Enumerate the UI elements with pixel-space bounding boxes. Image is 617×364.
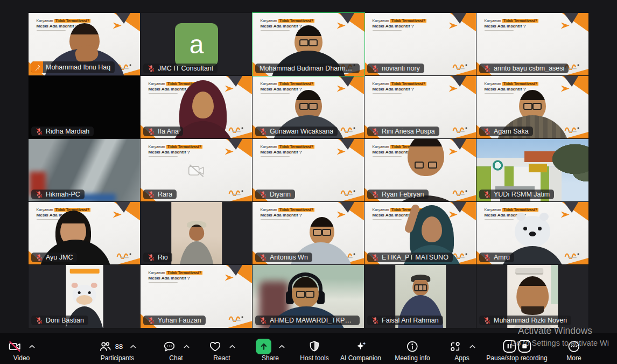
participant-tile[interactable]: Karyawan Tidak Termotivasi? Meski Ada In… bbox=[364, 76, 476, 139]
participant-name-label: Rara bbox=[143, 190, 177, 199]
activate-windows-watermark: Activate Windows bbox=[518, 325, 592, 337]
participant-tile[interactable]: Muhammad Rizki Noveri bbox=[476, 265, 588, 328]
chevron-up-icon[interactable] bbox=[130, 345, 136, 348]
participant-name-label: Muhammad Rizki Noveri bbox=[479, 316, 571, 325]
participant-name: Antonius Wn bbox=[270, 254, 308, 261]
muted-mic-icon bbox=[371, 191, 379, 198]
participant-name: Muhammad Rizki Noveri bbox=[494, 317, 567, 324]
muted-mic-icon bbox=[36, 128, 43, 135]
participants-button[interactable]: 88 Participants bbox=[99, 339, 136, 362]
participant-name-label: Amru bbox=[479, 253, 514, 262]
participant-name-label: Antonius Wn bbox=[255, 253, 312, 262]
chevron-up-icon[interactable] bbox=[279, 345, 285, 348]
participant-name: JMC IT Consultant bbox=[158, 65, 213, 72]
participant-tile[interactable]: Karyawan Tidak Termotivasi? Meski Ada In… bbox=[253, 13, 364, 76]
participant-name-label: Rio bbox=[143, 253, 172, 262]
apps-icon bbox=[448, 340, 462, 353]
video-grid: Karyawan Tidak Termotivasi? Meski Ada In… bbox=[29, 13, 588, 328]
pause-stop-recording-label: Pause/stop recording bbox=[486, 354, 547, 362]
participant-name: Yuhan Fauzan bbox=[158, 317, 201, 324]
apps-button[interactable]: Apps bbox=[448, 339, 475, 362]
chevron-up-icon[interactable] bbox=[29, 345, 35, 348]
muted-mic-icon bbox=[483, 65, 491, 72]
zoom-meeting-window: { "background": { "headline_pre": "Karya… bbox=[0, 0, 617, 364]
muted-mic-icon bbox=[36, 191, 43, 198]
muted-mic-icon bbox=[148, 317, 155, 324]
muted-mic-icon bbox=[260, 191, 267, 198]
participant-name-label: Ayu JMC bbox=[31, 253, 77, 262]
participant-name-label: Rini Ariesa Puspa bbox=[367, 127, 439, 136]
more-label: More bbox=[566, 354, 581, 362]
muted-mic-icon bbox=[36, 317, 43, 324]
participant-tile[interactable]: Karyawan Tidak Termotivasi? Meski Ada In… bbox=[141, 76, 253, 139]
heart-icon bbox=[208, 340, 222, 353]
participant-name: Doni Bastian bbox=[46, 317, 84, 324]
participant-name: Ridha Mardiah bbox=[46, 128, 89, 135]
participant-tile[interactable]: Ridha Mardiah bbox=[29, 76, 141, 139]
participant-tile[interactable]: Karyawan Tidak Termotivasi? Meski Ada In… bbox=[29, 13, 141, 76]
chevron-up-icon[interactable] bbox=[469, 345, 475, 348]
muted-mic-icon bbox=[483, 191, 491, 198]
participant-name-label: Faisal Arif Rahman bbox=[367, 316, 443, 325]
participants-label: Participants bbox=[101, 354, 135, 362]
chevron-up-icon[interactable] bbox=[184, 345, 190, 348]
participant-tile[interactable]: Karyawan Tidak Termotivasi? Meski Ada In… bbox=[364, 139, 476, 202]
participants-count-badge: 88 bbox=[115, 342, 123, 351]
participant-tile[interactable]: Rio bbox=[141, 202, 253, 265]
participant-tile[interactable]: Karyawan Tidak Termotivasi? Meski Ada In… bbox=[364, 202, 476, 265]
participant-name-label: AHMED MAWARDI_TKPP_LAMFI bbox=[255, 316, 360, 325]
participant-name: Ayu JMC bbox=[46, 254, 73, 261]
participant-tile[interactable]: Karyawan Tidak Termotivasi? Meski Ada In… bbox=[476, 202, 588, 265]
participant-name-label: Diyann bbox=[255, 190, 295, 199]
participant-tile[interactable]: Karyawan Tidak Termotivasi? Meski Ada In… bbox=[253, 202, 364, 265]
camera-off-icon bbox=[185, 160, 208, 181]
participant-name: Agam Saka bbox=[494, 128, 529, 135]
muted-mic-icon bbox=[36, 254, 43, 261]
participant-tile[interactable]: AHMED MAWARDI_TKPP_LAMFI bbox=[253, 265, 364, 328]
muted-mic-icon bbox=[148, 65, 155, 72]
participant-tile[interactable]: Karyawan Tidak Termotivasi? Meski Ada In… bbox=[253, 76, 364, 139]
participant-name: Hikmah-PC bbox=[46, 191, 80, 198]
muted-mic-icon bbox=[260, 128, 267, 135]
participant-name-label: Ridha Mardiah bbox=[31, 127, 94, 136]
participant-tile[interactable]: Karyawan Tidak Termotivasi? Meski Ada In… bbox=[141, 265, 253, 328]
participant-tile[interactable]: Karyawan Tidak Termotivasi? Meski Ada In… bbox=[364, 13, 476, 76]
participants-icon bbox=[99, 340, 112, 353]
meeting-info-button[interactable]: Meeting info bbox=[395, 339, 430, 362]
participant-name-label: Hikmah-PC bbox=[31, 190, 85, 199]
chevron-up-icon[interactable] bbox=[229, 345, 235, 348]
chat-button[interactable]: Chat bbox=[163, 339, 190, 362]
participant-name-label: Gunawan Wicaksana bbox=[255, 127, 338, 136]
muted-mic-icon bbox=[148, 128, 155, 135]
ai-companion-button[interactable]: AI Companion bbox=[340, 339, 381, 362]
participant-name: Mohammad Budiman Dharma K... bbox=[260, 65, 355, 72]
participant-name-label: ETIKA_PT MATSUNO bbox=[367, 253, 453, 262]
participant-tile[interactable]: Karyawan Tidak Termotivasi? Meski Ada In… bbox=[141, 139, 253, 202]
participant-name: arinto bayu csbm_asesi bbox=[494, 65, 564, 72]
participant-tile[interactable]: Hikmah-PC bbox=[29, 139, 141, 202]
participant-tile[interactable]: YUDi RSMM Jatim bbox=[476, 139, 588, 202]
share-button[interactable]: Share bbox=[256, 339, 285, 362]
participant-tile[interactable]: Karyawan Tidak Termotivasi? Meski Ada In… bbox=[476, 13, 588, 76]
participant-name-label: arinto bayu csbm_asesi bbox=[479, 64, 569, 73]
participant-name: ETIKA_PT MATSUNO bbox=[382, 254, 448, 261]
meeting-info-label: Meeting info bbox=[395, 354, 430, 362]
participant-name-label: Ryan Febryan bbox=[367, 190, 429, 199]
participant-tile[interactable]: Karyawan Tidak Termotivasi? Meski Ada In… bbox=[476, 76, 588, 139]
host-tools-button[interactable]: Host tools bbox=[300, 339, 328, 362]
participant-tile[interactable]: Faisal Arif Rahman bbox=[364, 265, 476, 328]
video-button[interactable]: Video bbox=[8, 339, 35, 362]
participant-tile[interactable]: Doni Bastian bbox=[29, 265, 141, 328]
meeting-toolbar: Video 88 Participants Chat bbox=[0, 333, 617, 364]
react-label: React bbox=[213, 354, 230, 362]
react-button[interactable]: React bbox=[208, 339, 235, 362]
participant-name-label: Ifa Ana bbox=[143, 127, 183, 136]
muted-mic-icon bbox=[148, 254, 155, 261]
host-tools-label: Host tools bbox=[300, 354, 328, 362]
muted-mic-icon bbox=[483, 128, 491, 135]
muted-mic-icon bbox=[148, 191, 155, 198]
participant-name: Ryan Febryan bbox=[382, 191, 424, 198]
participant-tile[interactable]: Karyawan Tidak Termotivasi? Meski Ada In… bbox=[253, 139, 364, 202]
participant-tile[interactable]: a JMC IT Consultant bbox=[141, 13, 253, 76]
participant-tile[interactable]: Karyawan Tidak Termotivasi? Meski Ada In… bbox=[29, 202, 141, 265]
